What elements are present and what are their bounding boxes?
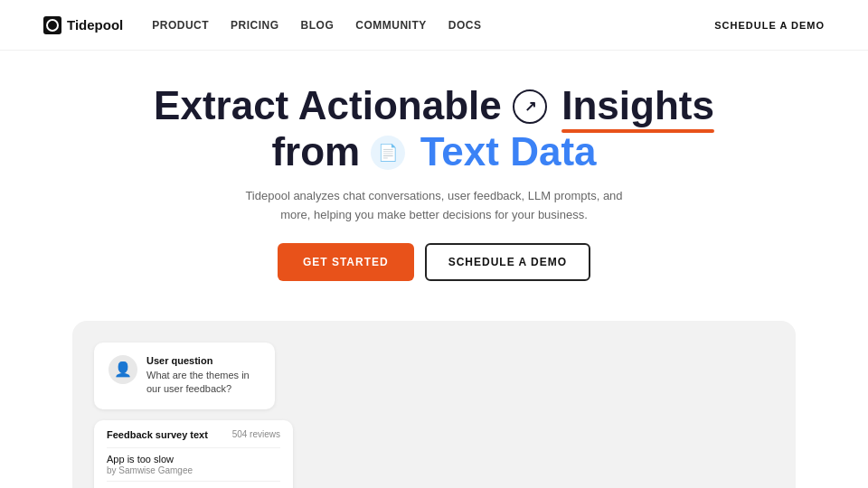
- hero-title: Extract Actionable ↗ Insights from 📄 Tex…: [18, 83, 850, 174]
- nav-links: PRODUCT PRICING BLOG COMMUNITY DOCS: [152, 19, 481, 32]
- navbar: Tidepool PRODUCT PRICING BLOG COMMUNITY …: [0, 0, 868, 51]
- hero-line1-text: Extract Actionable: [154, 83, 502, 127]
- hero-subtitle: Tidepool analyzes chat conversations, us…: [244, 187, 624, 225]
- table-header: Feedback survey text 504 reviews: [107, 429, 280, 440]
- row-sub-1: by Samwise Gamgee: [107, 465, 280, 475]
- hero-from-text: from: [271, 129, 360, 174]
- nav-community[interactable]: COMMUNITY: [355, 19, 427, 32]
- avatar: 👤: [108, 355, 137, 384]
- arrow-symbol: ↗: [524, 99, 536, 115]
- nav-schedule-demo-button[interactable]: SCHEDULE A DEMO: [714, 20, 825, 31]
- hero-line1: Extract Actionable ↗ Insights: [18, 83, 850, 129]
- doc-icon: 📄: [371, 136, 405, 170]
- user-icon: 👤: [114, 361, 132, 378]
- table-title: Feedback survey text: [107, 429, 208, 440]
- table-count: 504 reviews: [232, 429, 280, 439]
- insights-word: Insights: [561, 83, 714, 129]
- arrow-circle-icon: ↗: [513, 89, 547, 124]
- schedule-demo-button[interactable]: SCHEDULE A DEMO: [425, 243, 590, 281]
- hero-line2: from 📄 Text Data: [18, 129, 850, 175]
- nav-product[interactable]: PRODUCT: [152, 19, 209, 32]
- table-row: App is too slow by Samwise Gamgee: [107, 447, 280, 481]
- nav-blog[interactable]: BLOG: [301, 19, 335, 32]
- text-data-word: Text Data: [420, 129, 597, 174]
- get-started-button[interactable]: GET STARTED: [278, 243, 414, 281]
- feedback-table: Feedback survey text 504 reviews App is …: [94, 420, 293, 488]
- chat-text: What are the themes in our user feedback…: [146, 369, 260, 397]
- row-main-1: App is too slow: [107, 454, 280, 465]
- chat-label: User question: [146, 355, 260, 366]
- logo[interactable]: Tidepool: [43, 16, 123, 34]
- chat-card: 👤 User question What are the themes in o…: [94, 343, 275, 409]
- hero-section: Extract Actionable ↗ Insights from 📄 Tex…: [0, 51, 868, 321]
- table-row: The app keeps showing an error message!!…: [107, 481, 280, 488]
- demo-area: 👤 User question What are the themes in o…: [72, 321, 796, 488]
- logo-text: Tidepool: [67, 17, 123, 33]
- nav-left: Tidepool PRODUCT PRICING BLOG COMMUNITY …: [43, 16, 481, 34]
- chat-content: User question What are the themes in our…: [146, 355, 260, 397]
- logo-icon: [43, 16, 61, 34]
- nav-docs[interactable]: DOCS: [448, 19, 482, 32]
- nav-pricing[interactable]: PRICING: [231, 19, 279, 32]
- hero-buttons: GET STARTED SCHEDULE A DEMO: [18, 243, 850, 281]
